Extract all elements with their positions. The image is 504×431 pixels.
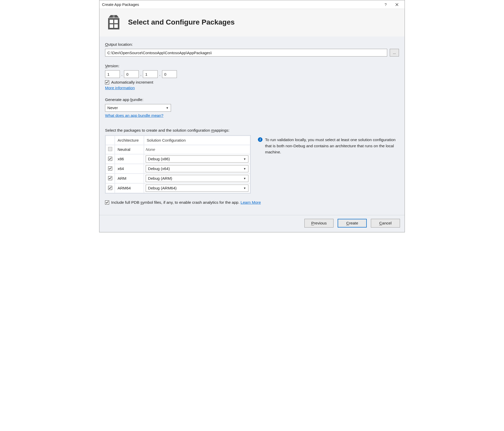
check-icon bbox=[106, 201, 109, 204]
titlebar: Create App Packages ? bbox=[99, 0, 405, 9]
chevron-down-icon: ▼ bbox=[243, 167, 246, 170]
output-location-input[interactable] bbox=[105, 49, 387, 56]
packages-prompt: Select the packages to create and the so… bbox=[105, 128, 399, 133]
configuration-select-value: Debug (x86) bbox=[148, 157, 170, 161]
check-icon bbox=[109, 157, 112, 160]
pdb-learn-more-link[interactable]: Learn More bbox=[240, 200, 261, 205]
include-pdb-label: Include full PDB symbol files, if any, t… bbox=[111, 200, 261, 205]
svg-rect-4 bbox=[114, 20, 118, 23]
packages-tbody: NeutralNonex86Debug (x86)▼x64Debug (x64)… bbox=[106, 145, 250, 193]
dialog-window: Create App Packages ? Select and Configu… bbox=[99, 0, 405, 232]
version-label: Version: bbox=[105, 64, 399, 68]
table-row: NeutralNone bbox=[106, 145, 250, 154]
more-information-link[interactable]: More information bbox=[105, 86, 135, 90]
dialog-body: Output location: ... Version: . . . Auto… bbox=[99, 37, 405, 232]
version-revision-input[interactable] bbox=[162, 70, 177, 78]
dialog-header: Select and Configure Packages bbox=[99, 9, 405, 37]
bundle-select[interactable]: Never ▼ bbox=[105, 104, 171, 112]
check-icon bbox=[109, 167, 112, 170]
close-icon bbox=[395, 3, 398, 6]
svg-marker-1 bbox=[113, 15, 115, 18]
include-pdb-checkbox[interactable] bbox=[105, 200, 109, 205]
configuration-select[interactable]: Debug (x86)▼ bbox=[146, 155, 248, 163]
close-button[interactable] bbox=[391, 1, 403, 8]
bundle-select-value: Never bbox=[107, 106, 118, 110]
validation-info-panel: i To run validation locally, you must se… bbox=[258, 135, 399, 155]
previous-button[interactable]: Previous bbox=[304, 219, 334, 228]
configuration-select[interactable]: Debug (ARM64)▼ bbox=[146, 185, 248, 192]
table-row: ARM64Debug (ARM64)▼ bbox=[106, 184, 250, 193]
chevron-down-icon: ▼ bbox=[243, 177, 246, 180]
package-row-checkbox bbox=[108, 147, 112, 151]
browse-button[interactable]: ... bbox=[390, 49, 399, 56]
version-minor-input[interactable] bbox=[124, 70, 139, 78]
table-row: ARMDebug (ARM)▼ bbox=[106, 174, 250, 183]
package-row-checkbox[interactable] bbox=[108, 176, 112, 180]
cancel-button[interactable]: Cancel bbox=[371, 219, 400, 228]
table-header-check bbox=[106, 136, 114, 145]
help-icon: ? bbox=[385, 2, 387, 7]
table-header-architecture: Architecture bbox=[115, 136, 144, 145]
ellipsis-icon: ... bbox=[393, 51, 396, 55]
configuration-select-value: Debug (ARM64) bbox=[148, 186, 177, 190]
svg-rect-6 bbox=[114, 24, 118, 28]
auto-increment-checkbox[interactable] bbox=[105, 80, 109, 84]
version-major-input[interactable] bbox=[105, 70, 120, 78]
package-icon bbox=[106, 14, 122, 30]
architecture-cell: ARM bbox=[115, 174, 144, 183]
chevron-down-icon: ▼ bbox=[243, 187, 246, 190]
package-row-checkbox[interactable] bbox=[108, 166, 112, 171]
version-build-input[interactable] bbox=[143, 70, 158, 78]
info-icon: i bbox=[258, 137, 262, 142]
configuration-select-value: Debug (ARM) bbox=[148, 176, 172, 181]
validation-info-text: To run validation locally, you must sele… bbox=[265, 137, 399, 155]
bundle-help-link[interactable]: What does an app bundle mean? bbox=[105, 113, 163, 118]
svg-rect-3 bbox=[110, 20, 113, 23]
package-row-checkbox[interactable] bbox=[108, 157, 112, 161]
help-button[interactable]: ? bbox=[380, 1, 391, 8]
check-icon bbox=[109, 177, 112, 180]
package-row-checkbox[interactable] bbox=[108, 186, 112, 190]
configuration-select[interactable]: Debug (x64)▼ bbox=[146, 165, 248, 172]
table-row: x64Debug (x64)▼ bbox=[106, 164, 250, 173]
chevron-down-icon: ▼ bbox=[166, 106, 169, 109]
packages-table: Architecture Solution Configuration Neut… bbox=[105, 135, 251, 194]
architecture-cell: Neutral bbox=[115, 145, 144, 154]
configuration-select[interactable]: Debug (ARM)▼ bbox=[146, 175, 248, 182]
create-button[interactable]: Create bbox=[338, 219, 367, 228]
window-title: Create App Packages bbox=[102, 2, 380, 7]
architecture-cell: x86 bbox=[115, 154, 144, 164]
configuration-none: None bbox=[146, 147, 155, 152]
auto-increment-label: Automatically increment bbox=[111, 80, 153, 85]
table-header-configuration: Solution Configuration bbox=[144, 136, 250, 145]
dialog-footer: Previous Create Cancel bbox=[99, 215, 405, 232]
check-icon bbox=[106, 81, 109, 84]
svg-rect-5 bbox=[110, 24, 113, 28]
check-icon bbox=[109, 186, 112, 189]
table-row: x86Debug (x86)▼ bbox=[106, 154, 250, 164]
bundle-label: Generate app bundle: bbox=[105, 97, 399, 102]
architecture-cell: ARM64 bbox=[115, 184, 144, 193]
output-location-label: Output location: bbox=[105, 42, 399, 47]
architecture-cell: x64 bbox=[115, 164, 144, 173]
chevron-down-icon: ▼ bbox=[243, 157, 246, 161]
configuration-select-value: Debug (x64) bbox=[148, 166, 170, 171]
page-title: Select and Configure Packages bbox=[128, 18, 235, 26]
